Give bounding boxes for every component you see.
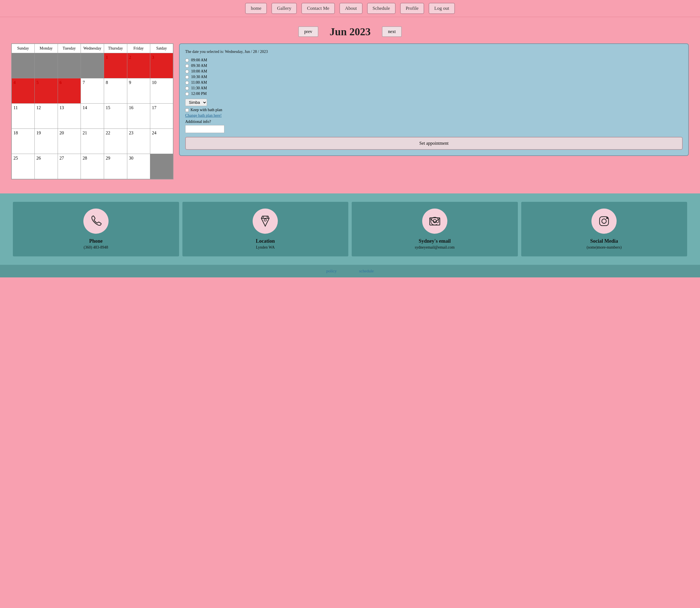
calendar-day-cell[interactable]: 11 — [12, 103, 35, 129]
footer-link-schedule[interactable]: schedule — [359, 269, 374, 273]
set-appointment-button[interactable]: Set appointment — [185, 137, 683, 150]
location-icon — [253, 209, 278, 234]
nav-button-schedule[interactable]: Schedule — [367, 3, 395, 14]
footer-contact: Phone(360) 483-8948 LocationLynden WA Sy… — [0, 193, 700, 265]
time-radio[interactable] — [185, 75, 189, 79]
nav-button-home[interactable]: home — [245, 3, 267, 14]
month-label: Jun 2023 — [330, 25, 371, 38]
calendar-day-cell[interactable]: 10 — [150, 78, 173, 103]
time-radio[interactable] — [185, 87, 189, 90]
svg-point-5 — [606, 217, 608, 218]
navbar: homeGalleryContact MeAboutScheduleProfil… — [0, 0, 700, 17]
calendar-header: prev Jun 2023 next — [11, 25, 689, 38]
bath-plan-label: Keep with bath plan — [191, 108, 222, 112]
instagram-icon — [591, 209, 617, 234]
time-label: 11:00 AM — [191, 80, 207, 85]
calendar-day-cell[interactable]: 18 — [12, 129, 35, 154]
calendar-day-cell — [150, 154, 173, 179]
pet-select[interactable]: Simba — [185, 99, 207, 106]
time-option: 09:30 AM — [185, 63, 683, 68]
calendar-day-cell[interactable]: 14 — [81, 103, 104, 129]
calendar-day-header: Sunday — [12, 44, 35, 53]
nav-button-contact-me[interactable]: Contact Me — [301, 3, 335, 14]
time-label: 10:00 AM — [191, 69, 207, 74]
time-label: 09:00 AM — [191, 58, 207, 62]
email-icon — [422, 209, 447, 234]
calendar-day-header: Wednesday — [81, 44, 104, 53]
contact-card-title: Social Media — [590, 238, 618, 244]
contact-card-title: Sydney's email — [419, 238, 451, 244]
calendar-day-cell[interactable]: 28 — [81, 154, 104, 179]
nav-button-log-out[interactable]: Log out — [429, 3, 455, 14]
time-option: 10:00 AM — [185, 69, 683, 74]
time-radio[interactable] — [185, 70, 189, 73]
time-radio[interactable] — [185, 58, 189, 62]
footer-link-policy[interactable]: policy — [326, 269, 337, 273]
calendar-day-cell[interactable]: 9 — [127, 78, 150, 103]
calendar-day-cell[interactable]: 13 — [58, 103, 81, 129]
appointment-panel: The date you selected is: Wednesday, Jun… — [179, 43, 689, 156]
svg-point-0 — [264, 219, 266, 221]
time-option: 12:00 PM — [185, 92, 683, 96]
contact-card-title: Phone — [89, 238, 103, 244]
calendar-day-cell[interactable]: 23 — [127, 129, 150, 154]
contact-card-detail: sydneyemail@email.com — [415, 245, 455, 250]
calendar-day-cell[interactable]: 4 — [12, 78, 35, 103]
calendar-day-cell[interactable]: 17 — [150, 103, 173, 129]
contact-card-detail: (some)more-numbers) — [587, 245, 622, 250]
nav-button-about[interactable]: About — [339, 3, 363, 14]
change-bath-link[interactable]: Change bath plan here! — [185, 113, 683, 118]
calendar-day-header: Tuesday — [58, 44, 81, 53]
calendar-day-cell — [12, 53, 35, 78]
calendar-day-cell[interactable]: 6 — [58, 78, 81, 103]
calendar-day-cell — [35, 53, 58, 78]
calendar-day-cell[interactable]: 20 — [58, 129, 81, 154]
next-button[interactable]: next — [382, 26, 402, 37]
calendar-day-cell — [58, 53, 81, 78]
calendar-day-cell[interactable]: 21 — [81, 129, 104, 154]
calendar-day-cell — [81, 53, 104, 78]
footer-bottom: policyschedule — [0, 265, 700, 278]
calendar-day-cell[interactable]: 5 — [35, 78, 58, 103]
calendar-day-cell[interactable]: 8 — [104, 78, 127, 103]
svg-point-4 — [602, 219, 606, 223]
contact-card-title: Location — [256, 238, 275, 244]
calendar-day-cell[interactable]: 16 — [127, 103, 150, 129]
time-radio[interactable] — [185, 64, 189, 68]
time-label: 11:30 AM — [191, 86, 207, 90]
time-option: 10:30 AM — [185, 75, 683, 79]
nav-button-gallery[interactable]: Gallery — [271, 3, 297, 14]
contact-card-phone: Phone(360) 483-8948 — [13, 202, 179, 256]
time-label: 12:00 PM — [191, 92, 207, 96]
calendar-day-header: Friday — [127, 44, 150, 53]
calendar-day-cell[interactable]: 15 — [104, 103, 127, 129]
nav-button-profile[interactable]: Profile — [400, 3, 424, 14]
calendar-day-cell[interactable]: 3 — [150, 53, 173, 78]
calendar-day-cell[interactable]: 29 — [104, 154, 127, 179]
calendar-day-cell[interactable]: 25 — [12, 154, 35, 179]
time-radio[interactable] — [185, 81, 189, 84]
calendar-day-cell[interactable]: 1 — [104, 53, 127, 78]
calendar-day-cell[interactable]: 7 — [81, 78, 104, 103]
contact-card-detail: Lynden WA — [256, 245, 275, 250]
calendar-day-cell[interactable]: 26 — [35, 154, 58, 179]
time-radio[interactable] — [185, 92, 189, 96]
selected-date-text: The date you selected is: Wednesday, Jun… — [185, 50, 683, 54]
time-option: 11:00 AM — [185, 80, 683, 85]
time-option: 09:00 AM — [185, 58, 683, 62]
prev-button[interactable]: prev — [298, 26, 318, 37]
calendar-wrapper: SundayMondayTuesdayWednesdayThursdayFrid… — [11, 43, 173, 179]
calendar-day-cell[interactable]: 27 — [58, 154, 81, 179]
calendar-day-cell[interactable]: 30 — [127, 154, 150, 179]
calendar-day-cell[interactable]: 19 — [35, 129, 58, 154]
calendar-day-cell[interactable]: 24 — [150, 129, 173, 154]
bath-plan-checkbox[interactable] — [185, 108, 189, 112]
time-option: 11:30 AM — [185, 86, 683, 90]
calendar-day-cell[interactable]: 22 — [104, 129, 127, 154]
calendar-day-cell[interactable]: 12 — [35, 103, 58, 129]
additional-info-input[interactable] — [185, 125, 225, 133]
contact-card-instagram: Social Media(some)more-numbers) — [521, 202, 687, 256]
calendar-day-header: Thursday — [104, 44, 127, 53]
calendar-day-cell[interactable]: 2 — [127, 53, 150, 78]
calendar-day-header: Monday — [35, 44, 58, 53]
